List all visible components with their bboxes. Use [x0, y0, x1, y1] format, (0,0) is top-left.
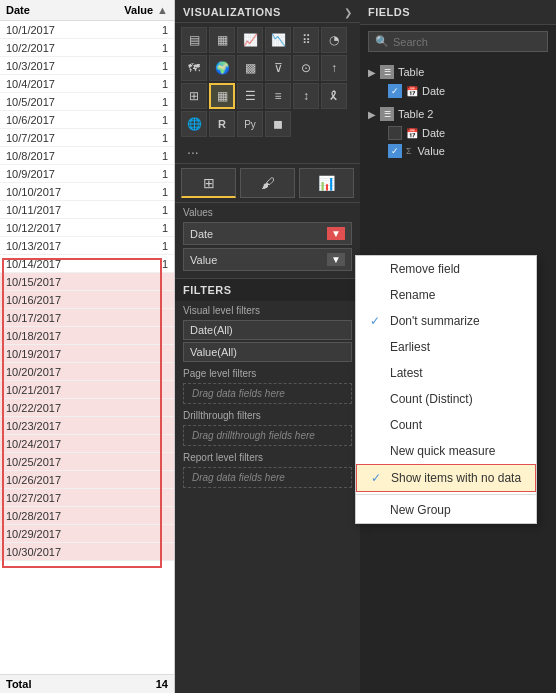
filters-header: FILTERS: [175, 278, 360, 301]
waterfall-icon[interactable]: ↕: [293, 83, 319, 109]
cell-date: 10/28/2017: [6, 510, 106, 522]
table-row[interactable]: 10/21/2017: [0, 381, 174, 399]
table-row[interactable]: 10/11/20171: [0, 201, 174, 219]
globe-icon[interactable]: 🌐: [181, 111, 207, 137]
context-menu-item[interactable]: Latest: [356, 360, 536, 386]
table-row[interactable]: 10/15/2017: [0, 273, 174, 291]
table-row[interactable]: 10/14/20171: [0, 255, 174, 273]
table-row[interactable]: 10/5/20171: [0, 93, 174, 111]
context-menu-item[interactable]: Earliest: [356, 334, 536, 360]
table-row[interactable]: 10/30/2017: [0, 543, 174, 561]
stacked-bar-icon[interactable]: ▤: [181, 27, 207, 53]
table-row[interactable]: 10/28/2017: [0, 507, 174, 525]
table-row[interactable]: 10/6/20171: [0, 111, 174, 129]
shape-icon[interactable]: ◼: [265, 111, 291, 137]
drag-here-report[interactable]: Drag data fields here: [183, 467, 352, 488]
tree-item[interactable]: ✓ΣValue: [360, 142, 556, 160]
viz-expand-arrow[interactable]: ❯: [344, 7, 352, 18]
table-row[interactable]: 10/26/2017: [0, 471, 174, 489]
search-input[interactable]: [393, 36, 541, 48]
table-row[interactable]: 10/27/2017: [0, 489, 174, 507]
date-all-tag[interactable]: Date(All): [183, 320, 352, 340]
menu-item-label: New Group: [390, 503, 451, 517]
context-menu-item[interactable]: New quick measure: [356, 438, 536, 464]
clustered-bar-icon[interactable]: ▦: [209, 27, 235, 53]
cell-date: 10/30/2017: [6, 546, 106, 558]
table-row[interactable]: 10/17/2017: [0, 309, 174, 327]
tree-item[interactable]: ✓📅Date: [360, 82, 556, 100]
table-viz-icon[interactable]: ▦: [209, 83, 235, 109]
middle-panel: VISUALIZATIONS ❯ ▤ ▦ 📈 📉 ⠿ ◔ 🗺 🌍 ▩ ⊽ ⊙ ↑…: [175, 0, 360, 693]
value-field-item[interactable]: Value ▼: [183, 248, 352, 271]
cell-value: 1: [106, 42, 168, 54]
pie-icon[interactable]: ◔: [321, 27, 347, 53]
tree-item[interactable]: 📅Date: [360, 124, 556, 142]
cell-date: 10/26/2017: [6, 474, 106, 486]
value-column-header[interactable]: Value: [106, 4, 153, 16]
drag-here-drillthrough[interactable]: Drag drillthrough fields here: [183, 425, 352, 446]
drag-here-page[interactable]: Drag data fields here: [183, 383, 352, 404]
slicer-icon[interactable]: ☰: [237, 83, 263, 109]
r-icon[interactable]: R: [209, 111, 235, 137]
table-row[interactable]: 10/20/2017: [0, 363, 174, 381]
calendar-icon: 📅: [406, 86, 418, 97]
cell-value: 1: [106, 258, 168, 270]
context-menu-item[interactable]: Remove field: [356, 256, 536, 282]
filled-map-icon[interactable]: 🌍: [209, 55, 235, 81]
sort-icon[interactable]: ▲: [157, 4, 168, 16]
table-row[interactable]: 10/25/2017: [0, 453, 174, 471]
table-row[interactable]: 10/3/20171: [0, 57, 174, 75]
funnel-icon[interactable]: ⊽: [265, 55, 291, 81]
table-row[interactable]: 10/13/20171: [0, 237, 174, 255]
value-all-tag[interactable]: Value(All): [183, 342, 352, 362]
multirow-icon[interactable]: ≡: [265, 83, 291, 109]
context-menu-item[interactable]: Count (Distinct): [356, 386, 536, 412]
tree-group-header[interactable]: ▶☰Table: [360, 62, 556, 82]
ribbon-icon[interactable]: 🎗: [321, 83, 347, 109]
context-menu-item[interactable]: ✓Don't summarize: [356, 308, 536, 334]
viz-title: VISUALIZATIONS: [183, 6, 281, 18]
format-control-btn[interactable]: 🖌: [240, 168, 295, 198]
context-menu-item[interactable]: New Group: [356, 497, 536, 523]
value-field-dropdown[interactable]: ▼: [327, 253, 345, 266]
context-menu-item[interactable]: Rename: [356, 282, 536, 308]
fields-control-btn[interactable]: ⊞: [181, 168, 236, 198]
context-menu-item[interactable]: ✓Show items with no data: [356, 464, 536, 492]
table-row[interactable]: 10/1/20171: [0, 21, 174, 39]
table-row[interactable]: 10/29/2017: [0, 525, 174, 543]
more-viz-dots[interactable]: ...: [181, 139, 354, 159]
date-column-header[interactable]: Date: [6, 4, 106, 16]
cell-date: 10/16/2017: [6, 294, 106, 306]
table-row[interactable]: 10/4/20171: [0, 75, 174, 93]
table-row[interactable]: 10/2/20171: [0, 39, 174, 57]
date-field-item[interactable]: Date ▼: [183, 222, 352, 245]
table-row[interactable]: 10/22/2017: [0, 399, 174, 417]
search-box[interactable]: 🔍: [368, 31, 548, 52]
kpi-icon[interactable]: ↑: [321, 55, 347, 81]
gauge-icon[interactable]: ⊙: [293, 55, 319, 81]
treemap-icon[interactable]: ▩: [237, 55, 263, 81]
table-row[interactable]: 10/12/20171: [0, 219, 174, 237]
date-field-dropdown[interactable]: ▼: [327, 227, 345, 240]
context-menu-item[interactable]: Count: [356, 412, 536, 438]
check-mark-icon: ✓: [371, 471, 385, 485]
line-chart-icon[interactable]: 📈: [237, 27, 263, 53]
matrix-icon[interactable]: ⊞: [181, 83, 207, 109]
table-row[interactable]: 10/24/2017: [0, 435, 174, 453]
table-row[interactable]: 10/16/2017: [0, 291, 174, 309]
analytics-control-btn[interactable]: 📊: [299, 168, 354, 198]
scatter-icon[interactable]: ⠿: [293, 27, 319, 53]
table-row[interactable]: 10/7/20171: [0, 129, 174, 147]
table-row[interactable]: 10/18/2017: [0, 327, 174, 345]
table-row[interactable]: 10/8/20171: [0, 147, 174, 165]
tree-group: ▶☰Table 2📅Date✓ΣValue: [360, 104, 556, 160]
map-icon[interactable]: 🗺: [181, 55, 207, 81]
table-row[interactable]: 10/23/2017: [0, 417, 174, 435]
menu-item-label: Show items with no data: [391, 471, 521, 485]
table-row[interactable]: 10/9/20171: [0, 165, 174, 183]
tree-group-header[interactable]: ▶☰Table 2: [360, 104, 556, 124]
table-row[interactable]: 10/10/20171: [0, 183, 174, 201]
python-icon[interactable]: Py: [237, 111, 263, 137]
table-row[interactable]: 10/19/2017: [0, 345, 174, 363]
area-chart-icon[interactable]: 📉: [265, 27, 291, 53]
